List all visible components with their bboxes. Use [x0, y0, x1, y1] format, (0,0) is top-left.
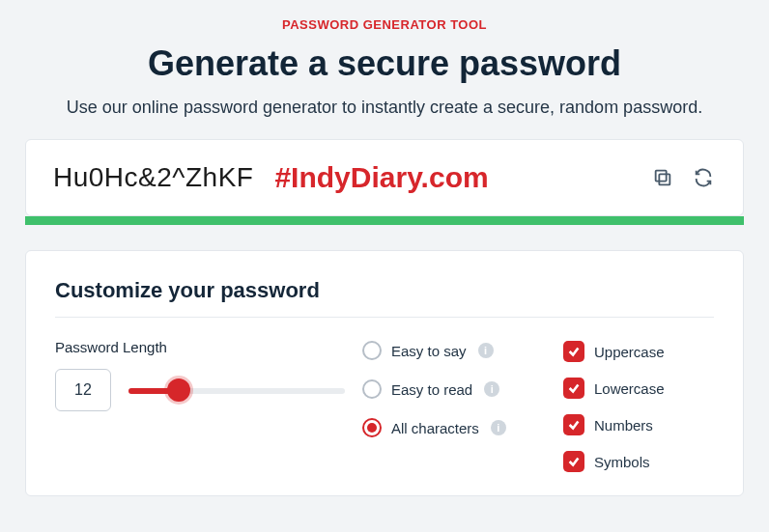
copy-button[interactable]	[650, 165, 675, 190]
copy-icon	[652, 167, 673, 188]
checkbox-label: Symbols	[594, 454, 650, 470]
checkbox-label: Uppercase	[594, 344, 665, 360]
customize-panel: Customize your password Password Length …	[25, 250, 744, 496]
checkbox-label: Lowercase	[594, 380, 665, 397]
watermark-text: #IndyDiary.com	[274, 161, 650, 194]
refresh-icon	[693, 167, 714, 188]
radio-all-characters[interactable]: All characters i	[362, 418, 546, 437]
generated-password: Hu0Hc&2^ZhKF	[53, 162, 253, 193]
regenerate-button[interactable]	[691, 165, 716, 190]
radio-icon	[362, 379, 382, 399]
info-icon[interactable]: i	[484, 381, 499, 397]
checkbox-icon	[563, 414, 584, 435]
radio-label: All characters	[391, 420, 479, 436]
info-icon[interactable]: i	[478, 343, 494, 358]
checkbox-uppercase[interactable]: Uppercase	[563, 341, 665, 362]
password-output-box: Hu0Hc&2^ZhKF #IndyDiary.com	[25, 139, 744, 216]
radio-label: Easy to read	[391, 381, 472, 398]
checkbox-icon	[563, 451, 584, 472]
checkbox-numbers[interactable]: Numbers	[563, 414, 665, 435]
length-slider[interactable]	[128, 379, 345, 401]
slider-thumb[interactable]	[167, 378, 190, 402]
customize-title: Customize your password	[55, 278, 714, 318]
length-label: Password Length	[55, 339, 345, 355]
radio-label: Easy to say	[391, 343, 467, 359]
checkbox-icon	[563, 341, 584, 362]
info-icon[interactable]: i	[491, 420, 506, 435]
svg-rect-1	[656, 171, 667, 182]
radio-easy-to-read[interactable]: Easy to read i	[362, 379, 546, 399]
checkbox-icon	[563, 378, 584, 399]
svg-rect-0	[659, 174, 669, 184]
radio-icon	[362, 418, 382, 437]
checkbox-label: Numbers	[594, 417, 653, 434]
radio-easy-to-say[interactable]: Easy to say i	[362, 341, 546, 360]
checkbox-symbols[interactable]: Symbols	[563, 451, 665, 472]
radio-icon	[362, 341, 382, 360]
length-input[interactable]	[55, 369, 111, 411]
page-description: Use our online password generator to ins…	[21, 98, 748, 118]
tool-subtitle: PASSWORD GENERATOR TOOL	[21, 17, 748, 32]
checkbox-lowercase[interactable]: Lowercase	[563, 378, 665, 399]
strength-bar	[25, 216, 744, 225]
page-title: Generate a secure password	[21, 43, 748, 84]
